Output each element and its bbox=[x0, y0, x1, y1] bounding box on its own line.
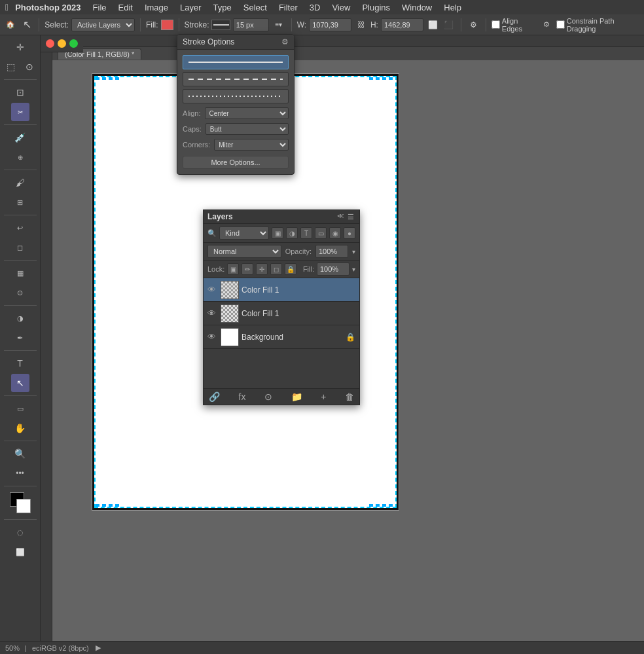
menu-view[interactable]: View bbox=[327, 1, 355, 14]
select-tool-icon[interactable]: ↖ bbox=[20, 18, 34, 32]
layer-1-visibility-icon[interactable]: 👁 bbox=[207, 285, 218, 295]
menu-3d[interactable]: 3D bbox=[304, 1, 326, 14]
lock-paint-icon[interactable]: ✏ bbox=[241, 263, 253, 275]
layer-row-1[interactable]: 👁 Color Fill 1 bbox=[204, 278, 359, 302]
filter-toggle-icon[interactable]: ● bbox=[344, 227, 355, 239]
align-edges-checkbox[interactable] bbox=[492, 20, 500, 29]
fill-input[interactable] bbox=[317, 263, 349, 276]
lock-position-icon[interactable]: ✛ bbox=[256, 263, 268, 275]
new-group-icon[interactable]: 📁 bbox=[291, 391, 302, 402]
panel-menu-icon[interactable]: ☰ bbox=[346, 212, 355, 221]
stroke-dot-option[interactable] bbox=[183, 89, 289, 103]
width-input[interactable] bbox=[309, 18, 351, 31]
fill-color-swatch[interactable] bbox=[161, 20, 173, 30]
filter-adjust-icon[interactable]: ◑ bbox=[286, 227, 298, 239]
menu-help[interactable]: Help bbox=[438, 1, 467, 14]
move-tool[interactable]: ✛ bbox=[11, 38, 29, 56]
opacity-input[interactable] bbox=[315, 245, 348, 258]
opacity-arrow-icon[interactable]: ▾ bbox=[352, 248, 355, 255]
quick-mask-tool[interactable]: ◌ bbox=[11, 523, 29, 541]
extra-tool[interactable]: ••• bbox=[11, 464, 29, 482]
close-button[interactable] bbox=[46, 39, 54, 48]
filter-kind-dropdown[interactable]: Kind bbox=[219, 227, 269, 240]
layer-2-name: Color Fill 1 bbox=[241, 309, 355, 318]
zoom-tool[interactable]: 🔍 bbox=[11, 445, 29, 463]
corners-dropdown[interactable]: Miter Round Bevel bbox=[214, 139, 289, 151]
background-color[interactable] bbox=[16, 499, 31, 513]
stroke-options-gear-icon[interactable]: ⚙ bbox=[281, 37, 289, 46]
menu-window[interactable]: Window bbox=[397, 1, 437, 14]
hand-tool[interactable]: ✋ bbox=[11, 419, 29, 437]
stroke-dash-option[interactable] bbox=[183, 72, 289, 86]
align-edges-checkbox-label[interactable]: Align Edges bbox=[492, 17, 537, 33]
menu-select[interactable]: Select bbox=[238, 1, 272, 14]
delete-layer-icon[interactable]: 🗑 bbox=[345, 391, 354, 402]
eraser-tool[interactable]: ◻ bbox=[11, 238, 29, 257]
layer-row-2[interactable]: 👁 Color Fill 1 bbox=[204, 302, 359, 325]
stamp-tool[interactable]: ⊞ bbox=[11, 193, 29, 211]
align-icon[interactable]: ⬛ bbox=[442, 18, 456, 32]
statusbar-expand-icon[interactable]: ▶ bbox=[96, 644, 101, 652]
blur-tool[interactable]: ⊙ bbox=[11, 283, 29, 302]
slice-tool[interactable]: ✂ bbox=[11, 103, 29, 121]
history-brush-tool[interactable]: ↩ bbox=[11, 219, 29, 237]
constrain-path-checkbox[interactable] bbox=[556, 20, 565, 29]
filter-pixel-icon[interactable]: ▣ bbox=[272, 227, 283, 239]
screen-mode-tool[interactable]: ⬜ bbox=[11, 543, 29, 561]
more-options-button[interactable]: More Options... bbox=[183, 156, 289, 169]
add-mask-icon[interactable]: ⊙ bbox=[264, 391, 272, 402]
lock-pixels-icon[interactable]: ▣ bbox=[227, 263, 239, 275]
eyedropper-tool[interactable]: 💉 bbox=[11, 128, 29, 147]
caps-dropdown[interactable]: Butt Round Square bbox=[206, 123, 289, 135]
menu-filter[interactable]: Filter bbox=[274, 1, 303, 14]
stroke-size-input[interactable] bbox=[233, 18, 269, 31]
spot-heal-tool[interactable]: ⊕ bbox=[11, 148, 29, 166]
height-input[interactable] bbox=[381, 18, 423, 31]
menu-type[interactable]: Type bbox=[208, 1, 237, 14]
maximize-button[interactable] bbox=[69, 39, 78, 48]
panel-collapse-icon[interactable]: ≪ bbox=[337, 212, 344, 221]
link-dimensions-icon[interactable]: ⛓ bbox=[354, 18, 368, 32]
settings-icon[interactable]: ⚙ bbox=[540, 18, 554, 32]
menu-plugins[interactable]: Plugins bbox=[357, 1, 395, 14]
transform-icon[interactable]: ⬜ bbox=[426, 18, 440, 32]
layer-3-visibility-icon[interactable]: 👁 bbox=[207, 332, 218, 342]
shape-tool[interactable]: ▭ bbox=[11, 399, 29, 418]
dodge-tool[interactable]: ◑ bbox=[11, 309, 29, 327]
layer-row-3[interactable]: 👁 Background 🔒 bbox=[204, 325, 359, 349]
layers-panel-titlebar: Layers ≪ ☰ bbox=[204, 210, 359, 224]
constrain-checkbox-label[interactable]: Constrain Path Dragging bbox=[556, 17, 640, 33]
align-dropdown[interactable]: Center Inside Outside bbox=[205, 107, 289, 119]
add-link-icon[interactable]: 🔗 bbox=[209, 391, 220, 402]
active-layers-dropdown[interactable]: Active Layers bbox=[71, 18, 135, 31]
filter-smart-icon[interactable]: ◉ bbox=[329, 227, 341, 239]
selection-tool[interactable]: ⬚ bbox=[1, 58, 20, 76]
home-icon[interactable]: 🏠 bbox=[4, 18, 18, 32]
filter-text-icon[interactable]: T bbox=[300, 227, 312, 239]
lasso-tool[interactable]: ⊙ bbox=[20, 58, 39, 76]
crop-tool[interactable]: ⊡ bbox=[11, 83, 29, 101]
warp-icon[interactable]: ⚙ bbox=[467, 18, 480, 32]
gradient-tool[interactable]: ▦ bbox=[11, 264, 29, 282]
stroke-style-preview[interactable] bbox=[211, 20, 230, 30]
menu-layer[interactable]: Layer bbox=[175, 1, 207, 14]
lock-all-icon[interactable]: 🔒 bbox=[285, 263, 296, 275]
menu-edit[interactable]: Edit bbox=[113, 1, 138, 14]
fill-arrow-icon[interactable]: ▾ bbox=[352, 266, 355, 273]
new-layer-icon[interactable]: + bbox=[321, 391, 326, 402]
filter-shape-icon[interactable]: ▭ bbox=[315, 227, 327, 239]
menu-image[interactable]: Image bbox=[139, 1, 173, 14]
stroke-style-icon[interactable]: ≡▾ bbox=[272, 18, 286, 32]
menu-file[interactable]: File bbox=[88, 1, 112, 14]
layer-2-visibility-icon[interactable]: 👁 bbox=[207, 308, 218, 318]
pen-tool[interactable]: ✒ bbox=[11, 329, 29, 347]
add-style-icon[interactable]: fx bbox=[239, 391, 246, 402]
blend-mode-dropdown[interactable]: Normal bbox=[207, 245, 281, 258]
lock-artboard-icon[interactable]: ◻ bbox=[270, 263, 282, 275]
brush-tool[interactable]: 🖌 bbox=[11, 173, 29, 192]
path-select-tool[interactable]: ↖ bbox=[11, 374, 29, 392]
minimize-button[interactable] bbox=[58, 39, 66, 48]
bottom-left-dash bbox=[96, 504, 122, 507]
text-tool[interactable]: T bbox=[11, 354, 29, 372]
stroke-solid-option[interactable] bbox=[183, 55, 289, 69]
